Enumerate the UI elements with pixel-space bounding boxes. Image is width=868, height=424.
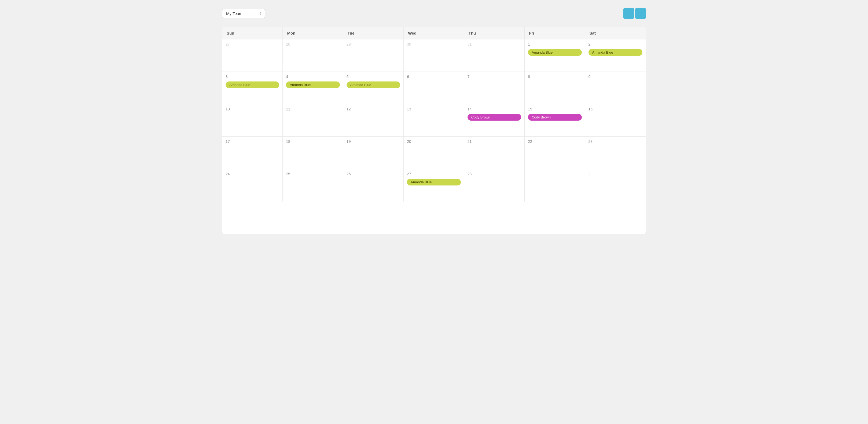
calendar-event[interactable]: Amanda Blue <box>528 49 582 56</box>
day-number: 6 <box>407 74 461 79</box>
calendar-cell: 1 <box>525 169 585 201</box>
calendar-cell: 17 <box>222 137 283 169</box>
week-row-2: 1011121314Cody Brown15Cody Brown16 <box>222 104 646 137</box>
day-number: 26 <box>346 172 400 176</box>
calendar-cell: 4Amanda Blue <box>283 72 343 104</box>
day-number: 14 <box>468 107 521 111</box>
day-number: 9 <box>589 74 643 79</box>
calendar-cell: 16 <box>585 104 646 136</box>
day-header-fri: Fri <box>525 27 585 39</box>
day-number: 3 <box>225 74 279 79</box>
calendar-cell: 27Amanda Blue <box>404 169 464 201</box>
day-number: 20 <box>407 139 461 144</box>
calendar-cell: 30 <box>404 39 464 71</box>
day-header-mon: Mon <box>283 27 343 39</box>
day-number: 21 <box>468 139 521 144</box>
day-number: 15 <box>528 107 582 111</box>
prev-month-button[interactable] <box>623 8 634 19</box>
calendar-cell: 6 <box>404 72 464 104</box>
day-number: 5 <box>346 74 400 79</box>
day-number: 29 <box>346 42 400 46</box>
day-number: 27 <box>407 172 461 176</box>
day-header-sat: Sat <box>585 27 646 39</box>
calendar-cell: 22 <box>525 137 585 169</box>
calendar-cell: 25 <box>283 169 343 201</box>
calendar-event[interactable]: Amanda Blue <box>346 81 400 88</box>
calendar-cell: 21 <box>464 137 525 169</box>
day-number: 4 <box>286 74 340 79</box>
week-row-1: 3Amanda Blue4Amanda Blue5Amanda Blue6789 <box>222 72 646 104</box>
day-number: 19 <box>346 139 400 144</box>
calendar-cell: 26 <box>343 169 404 201</box>
calendar-cell: 1Amanda Blue <box>525 39 585 71</box>
week-row-4: 24252627Amanda Blue2812 <box>222 169 646 201</box>
calendar-cell: 14Cody Brown <box>464 104 525 136</box>
day-number: 16 <box>589 107 643 111</box>
day-number: 24 <box>225 172 279 176</box>
calendar-cell: 5Amanda Blue <box>343 72 404 104</box>
day-number: 25 <box>286 172 340 176</box>
day-number: 28 <box>468 172 521 176</box>
day-number: 2 <box>589 42 643 46</box>
calendar-cell: 9 <box>585 72 646 104</box>
day-number: 7 <box>468 74 521 79</box>
calendar-cell: 10 <box>222 104 283 136</box>
team-select[interactable]: My Team All Teams <box>222 9 265 18</box>
calendar-cell: 18 <box>283 137 343 169</box>
day-number: 12 <box>346 107 400 111</box>
calendar-cell: 20 <box>404 137 464 169</box>
calendar-event[interactable]: Amanda Blue <box>286 81 340 88</box>
calendar-cell: 23 <box>585 137 646 169</box>
calendar-event[interactable]: Cody Brown <box>528 114 582 121</box>
calendar-cell: 19 <box>343 137 404 169</box>
day-number: 1 <box>528 172 582 176</box>
calendar-event[interactable]: Amanda Blue <box>407 179 461 186</box>
day-number: 30 <box>407 42 461 46</box>
calendar-cell: 28 <box>283 39 343 71</box>
day-header-wed: Wed <box>404 27 464 39</box>
day-number: 11 <box>286 107 340 111</box>
calendar-cell: 15Cody Brown <box>525 104 585 136</box>
day-number: 27 <box>225 42 279 46</box>
calendar-cell: 28 <box>464 169 525 201</box>
calendar-event[interactable]: Cody Brown <box>468 114 521 121</box>
day-number: 17 <box>225 139 279 144</box>
week-row-3: 17181920212223 <box>222 137 646 169</box>
calendar-cell: 29 <box>343 39 404 71</box>
day-number: 31 <box>468 42 521 46</box>
day-number: 8 <box>528 74 582 79</box>
calendar-cell: 2Amanda Blue <box>585 39 646 71</box>
calendar-event[interactable]: Amanda Blue <box>225 81 279 88</box>
calendar-cell: 3Amanda Blue <box>222 72 283 104</box>
calendar-cell: 2 <box>585 169 646 201</box>
calendar-cell: 24 <box>222 169 283 201</box>
calendar-body: 27282930311Amanda Blue2Amanda Blue3Amand… <box>222 39 646 234</box>
day-number: 28 <box>286 42 340 46</box>
day-number: 13 <box>407 107 461 111</box>
day-number: 1 <box>528 42 582 46</box>
day-number: 2 <box>589 172 643 176</box>
day-header-sun: Sun <box>222 27 283 39</box>
calendar-cell: 7 <box>464 72 525 104</box>
calendar-cell: 8 <box>525 72 585 104</box>
calendar-cell: 27 <box>222 39 283 71</box>
calendar-event[interactable]: Amanda Blue <box>589 49 643 56</box>
next-month-button[interactable] <box>635 8 646 19</box>
day-number: 10 <box>225 107 279 111</box>
day-number: 18 <box>286 139 340 144</box>
week-row-0: 27282930311Amanda Blue2Amanda Blue <box>222 39 646 72</box>
calendar-cell: 31 <box>464 39 525 71</box>
day-header-thu: Thu <box>464 27 525 39</box>
team-selector-wrapper: My Team All Teams ⇕ <box>222 9 265 18</box>
day-number: 22 <box>528 139 582 144</box>
calendar-cell: 11 <box>283 104 343 136</box>
day-number: 23 <box>589 139 643 144</box>
nav-buttons <box>623 8 646 19</box>
calendar-cell: 12 <box>343 104 404 136</box>
header: My Team All Teams ⇕ <box>222 5 646 22</box>
app-container: My Team All Teams ⇕ SunMonTueWedThuFriSa… <box>222 5 646 234</box>
day-header-tue: Tue <box>343 27 404 39</box>
calendar-header: SunMonTueWedThuFriSat <box>222 27 646 39</box>
calendar: SunMonTueWedThuFriSat 27282930311Amanda … <box>222 27 646 234</box>
calendar-cell: 13 <box>404 104 464 136</box>
